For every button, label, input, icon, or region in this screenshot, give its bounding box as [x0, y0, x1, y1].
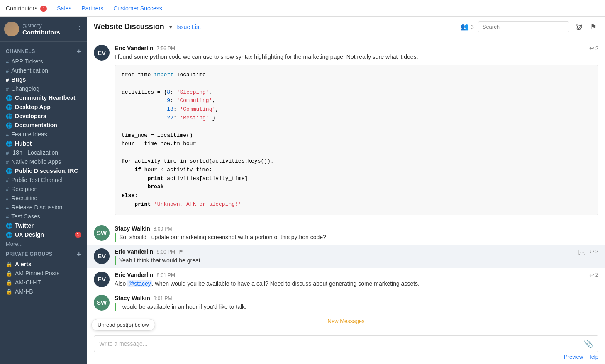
message-author: Eric Vanderlin — [115, 45, 153, 51]
at-mention-button[interactable]: @ — [573, 21, 584, 33]
message: SW Stacy Walkin 8:00 PM So, should I upd… — [87, 222, 605, 245]
top-nav: Contributors 1 Sales Partners Customer S… — [0, 0, 605, 17]
code-block: from time import localtime activities = … — [115, 65, 598, 215]
sidebar-item-am-i-b[interactable]: 🔒 AM-I-B — [0, 287, 87, 296]
message-content: Eric Vanderlin 8:01 PM Also @stacey, whe… — [115, 272, 598, 288]
ellipsis-button[interactable]: [...] — [578, 248, 586, 255]
globe-icon: 🌐 — [6, 141, 12, 147]
sidebar-item-am-ch-it[interactable]: 🔒 AM-CH-IT — [0, 278, 87, 287]
message-input-area: 📎 Preview Help — [87, 331, 605, 364]
flag-button[interactable]: ⚑ — [588, 21, 598, 33]
quoted-message: Yeah I think that would be great. — [115, 256, 598, 265]
sidebar-item-native-mobile[interactable]: # Native Mobile Apps — [0, 157, 87, 166]
sidebar-item-i18n[interactable]: # i18n - Localization — [0, 148, 87, 157]
add-channel-button[interactable]: + — [77, 48, 81, 55]
reply-icon: ↩ — [589, 272, 594, 278]
hash-icon: # — [6, 131, 9, 138]
message-time: 8:00 PM — [154, 226, 172, 232]
sidebar-item-desktop-app[interactable]: 🌐 Desktop App — [0, 102, 87, 112]
message-content: Eric Vanderlin 7:56 PM I found some pyth… — [115, 45, 598, 218]
globe-icon: 🌐 — [6, 122, 12, 129]
hash-icon: # — [6, 186, 9, 192]
username: @stacey — [22, 23, 72, 29]
help-link[interactable]: Help — [587, 354, 598, 360]
reply-button[interactable]: ↩ 2 — [589, 272, 598, 278]
members-count: 👥 3 — [461, 23, 474, 31]
flag-icon[interactable]: ⚑ — [178, 249, 183, 255]
sidebar-item-twitter[interactable]: 🌐 Twitter — [0, 221, 87, 230]
sidebar-item-release-discussion[interactable]: # Release Discussion — [0, 203, 87, 212]
nav-customer-success[interactable]: Customer Success — [112, 5, 163, 12]
hash-icon: # — [6, 86, 9, 92]
reply-button[interactable]: ↩ 2 — [589, 45, 598, 51]
sidebar-item-alerts[interactable]: 🔒 Alerts — [0, 260, 87, 269]
sidebar-menu-button[interactable]: ⋮ — [76, 24, 83, 34]
dropdown-icon[interactable]: ▾ — [169, 24, 172, 30]
chat-header: Website Discussion ▾ Issue List 👥 3 @ ⚑ — [87, 17, 605, 37]
sidebar-item-developers[interactable]: 🌐 Developers — [0, 112, 87, 121]
sidebar-item-hubot[interactable]: 🌐 Hubot — [0, 139, 87, 148]
sidebar-item-apr-tickets[interactable]: # APR Tickets — [0, 57, 87, 66]
globe-icon: 🌐 — [6, 232, 12, 238]
sidebar-item-public-test[interactable]: # Public Test Channel — [0, 175, 87, 184]
unread-posts-button[interactable]: Unread post(s) below — [91, 319, 155, 331]
mention: @stacey — [127, 280, 152, 287]
message: EV Eric Vanderlin 7:56 PM I found some p… — [87, 41, 605, 222]
hash-icon: # — [6, 150, 9, 156]
issue-list-link[interactable]: Issue List — [176, 24, 201, 30]
lock-icon: 🔒 — [6, 270, 12, 277]
message-time: 8:01 PM — [156, 272, 175, 278]
ux-design-badge: 1 — [75, 232, 81, 238]
nav-contributors[interactable]: Contributors 1 — [4, 5, 49, 12]
nav-sales[interactable]: Sales — [55, 5, 73, 12]
hash-icon: # — [6, 58, 9, 65]
reply-icon: ↩ — [589, 45, 594, 51]
reply-button[interactable]: ↩ 2 — [589, 248, 598, 255]
chat-title: Website Discussion — [94, 22, 164, 31]
sidebar-more-channels[interactable]: More... — [0, 239, 87, 249]
sidebar-item-feature-ideas[interactable]: # Feature Ideas — [0, 130, 87, 139]
nav-partners[interactable]: Partners — [80, 5, 105, 12]
message-header: Eric Vanderlin 8:00 PM ⚑ — [115, 248, 598, 255]
globe-icon: 🌐 — [6, 104, 12, 110]
sidebar-item-am-pinned-posts[interactable]: 🔒 AM Pinned Posts — [0, 269, 87, 278]
sidebar-item-reception[interactable]: # Reception — [0, 184, 87, 194]
workspace-name: Contributors — [22, 29, 72, 36]
message-time: 8:01 PM — [154, 296, 172, 301]
globe-icon: 🌐 — [6, 95, 12, 101]
members-icon: 👥 — [461, 23, 469, 31]
search-input[interactable] — [478, 21, 569, 32]
chat-area: Website Discussion ▾ Issue List 👥 3 @ ⚑ … — [87, 17, 605, 364]
sidebar-item-changelog[interactable]: # Changelog — [0, 84, 87, 93]
message: EV Eric Vanderlin 8:00 PM ⚑ Yeah I think… — [87, 245, 605, 268]
sidebar-item-authentication[interactable]: # Authentication — [0, 66, 87, 75]
sidebar-item-public-discussion[interactable]: 🌐 Public Discussion, IRC — [0, 166, 87, 175]
sidebar-item-test-cases[interactable]: # Test Cases — [0, 212, 87, 221]
avatar: EV — [94, 272, 110, 287]
add-private-group-button[interactable]: + — [77, 250, 81, 258]
sidebar-item-community-heartbeat[interactable]: 🌐 Community Heartbeat — [0, 93, 87, 102]
avatar: EV — [94, 248, 110, 264]
sidebar-item-documentation[interactable]: 🌐 Documentation — [0, 121, 87, 130]
message-actions: ↩ 2 — [589, 272, 598, 278]
preview-link[interactable]: Preview — [564, 354, 583, 360]
sidebar-item-ux-design[interactable]: 🌐 UX Design 1 — [0, 230, 87, 239]
message-header: Eric Vanderlin 7:56 PM — [115, 45, 598, 51]
quoted-message: I would be available in an hour if you'd… — [115, 303, 598, 311]
message-input[interactable] — [99, 340, 584, 347]
message-content: Stacy Walkin 8:01 PM I would be availabl… — [115, 295, 598, 311]
attachment-icon[interactable]: 📎 — [584, 339, 593, 348]
hash-icon: # — [6, 204, 9, 211]
message-author: Eric Vanderlin — [115, 272, 153, 278]
input-footer: Preview Help — [94, 352, 598, 360]
message-header: Stacy Walkin 8:01 PM — [115, 295, 598, 301]
hash-icon: # — [6, 195, 9, 201]
sidebar-item-bugs[interactable]: # Bugs — [0, 75, 87, 84]
message-content: Eric Vanderlin 8:00 PM ⚑ Yeah I think th… — [115, 248, 598, 265]
sidebar-channels-section: CHANNELS + # APR Tickets # Authenticatio… — [0, 42, 87, 364]
message-actions: [...] ↩ 2 — [578, 248, 598, 255]
sidebar-header: @stacey Contributors ⋮ — [0, 17, 87, 42]
message-header: Stacy Walkin 8:00 PM — [115, 225, 598, 232]
new-messages-label: New Messages — [328, 318, 365, 324]
sidebar-item-recruiting[interactable]: # Recruiting — [0, 194, 87, 203]
